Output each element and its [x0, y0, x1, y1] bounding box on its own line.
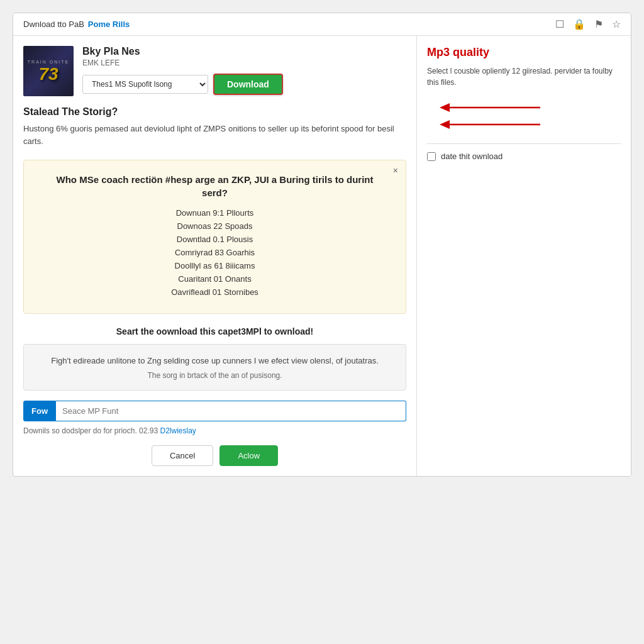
top-nav: Dwnload tto PaB Pome Rills ☐ 🔒 ⚑ ☆ [13, 13, 631, 36]
mp3-quality-desc: Select l cousble opliently 12 giireslad.… [427, 65, 621, 88]
album-number: 73 [38, 65, 58, 83]
mp3-quality-title: Mp3 quality [427, 46, 621, 59]
list-item: Doolllyl as 61 8iiicams [43, 261, 387, 270]
arrows-section [427, 98, 621, 136]
star-icon[interactable]: ☆ [612, 18, 621, 30]
cta-section: Seart the oownload this capet3MPl to own… [23, 326, 406, 391]
track-title: Bky Pla Nes [82, 46, 406, 57]
bookmark-icon[interactable]: ☐ [555, 18, 564, 30]
search-hint-text: Downils so dodslper do for prioch. [23, 426, 137, 435]
svg-marker-3 [440, 120, 450, 129]
allow-button[interactable]: Aclow [219, 445, 278, 466]
list-item: Downuan 9:1 Pllourts [43, 208, 387, 218]
track-info: Bky Pla Nes EMK LEFE Thes1 MS Supofit ls… [82, 46, 406, 95]
album-art: TRAIN ONITE 73 [23, 46, 74, 96]
list-item: Downoas 22 Spoads [43, 221, 387, 231]
search-hint-link[interactable]: D2lwieslay [160, 426, 196, 435]
info-box-close[interactable]: × [393, 165, 398, 175]
main-layout: TRAIN ONITE 73 Bky Pla Nes EMK LEFE Thes… [13, 36, 631, 476]
description-title: Stalead The Storig? [23, 106, 406, 118]
search-label-button[interactable]: Fow [23, 401, 56, 421]
checkbox-row: date thit ownload [427, 152, 621, 161]
cta-subtext: The sorg in brtack of the an of pusisong… [34, 371, 396, 380]
info-box-title: Who MSe coach rectiön #hesp arge an ZKP,… [43, 173, 387, 199]
search-hint-value: 02.93 [139, 426, 158, 435]
download-row: Thes1 MS Supofit lsong Download [82, 74, 406, 95]
track-header: TRAIN ONITE 73 Bky Pla Nes EMK LEFE Thes… [23, 46, 406, 96]
date-download-checkbox[interactable] [427, 152, 436, 161]
svg-marker-1 [440, 103, 450, 112]
cta-box: Figh't edireade unlitone to Zng selding … [23, 344, 406, 391]
date-download-label: date thit ownload [441, 152, 502, 161]
search-row: Fow [23, 401, 406, 421]
page-wrapper: Dwnload tto PaB Pome Rills ☐ 🔒 ⚑ ☆ TRAIN… [13, 13, 631, 477]
cta-title: Seart the oownload this capet3MPl to own… [23, 326, 406, 336]
list-item: Downtlad 0.1 Plousis [43, 235, 387, 244]
left-panel: TRAIN ONITE 73 Bky Pla Nes EMK LEFE Thes… [13, 36, 417, 476]
info-box: × Who MSe coach rectiön #hesp arge an ZK… [23, 160, 406, 314]
cancel-button[interactable]: Cancel [152, 445, 213, 466]
separator [427, 143, 621, 144]
cta-text: Figh't edireade unlitone to Zng selding … [34, 355, 396, 367]
nav-title-link[interactable]: Pome Rills [88, 19, 130, 29]
search-hint: Downils so dodslper do for prioch. 02.93… [23, 426, 406, 435]
download-button[interactable]: Download [213, 74, 283, 95]
track-artist: EMK LEFE [82, 58, 406, 67]
red-arrows-icon [427, 98, 553, 136]
nav-icons: ☐ 🔒 ⚑ ☆ [555, 18, 621, 30]
list-item: Comriyrad 83 Goarhis [43, 248, 387, 257]
format-select[interactable]: Thes1 MS Supofit lsong [82, 75, 208, 94]
flag-icon[interactable]: ⚑ [594, 18, 603, 30]
lock-icon[interactable]: 🔒 [573, 18, 586, 30]
description-section: Stalead The Storig? Hustong 6% guoris pe… [23, 106, 406, 147]
bottom-buttons: Cancel Aclow [23, 445, 406, 466]
nav-title-plain: Dwnload tto PaB [23, 19, 84, 29]
info-box-list: Downuan 9:1 Pllourts Downoas 22 Spoads D… [43, 208, 387, 297]
right-panel: Mp3 quality Select l cousble opliently 1… [417, 36, 631, 476]
description-text: Hustong 6% guoris pemased aut deviolud l… [23, 123, 406, 147]
list-item: Oavrifleadl 01 Stornibes [43, 287, 387, 297]
nav-left: Dwnload tto PaB Pome Rills [23, 19, 555, 29]
list-item: Cuaritant 01 Onants [43, 274, 387, 284]
album-label: TRAIN ONITE [28, 60, 69, 64]
search-input[interactable] [56, 401, 406, 421]
